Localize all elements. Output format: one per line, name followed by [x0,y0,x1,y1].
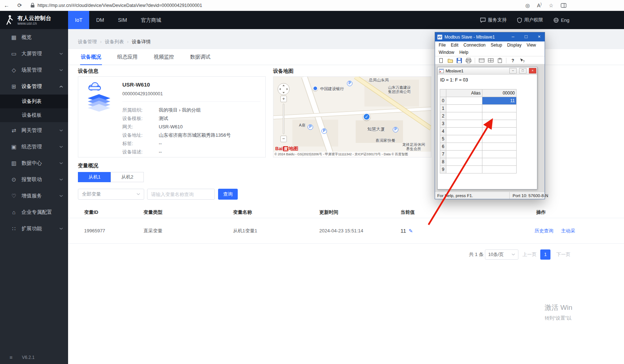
breadcrumb-device-list[interactable]: 设备列表 [105,39,124,45]
device-map[interactable]: 总局山东局 中国建设银行 P 山东万鑫建设集团济南公司 A座 P P ✓ 知慧大… [273,76,431,157]
back-icon[interactable]: ← [0,2,13,8]
tab-video-monitor[interactable]: 视频监控 [146,49,182,65]
menu-file[interactable]: File [436,42,448,48]
sidebar-item-screen-mgmt[interactable]: ▭ 大屏管理 [0,45,68,62]
active-collect-link[interactable]: 主动采 [561,218,575,244]
modbus-titlebar[interactable]: Modbus Slave - Mbslave1 – □ × [435,32,545,41]
zoom-slider[interactable] [283,104,284,134]
query-button[interactable]: 查询 [218,189,238,200]
value-cell[interactable] [482,105,517,112]
zoom-out-button[interactable]: − [280,136,287,142]
value-cell[interactable] [482,112,517,120]
value-cell[interactable] [482,120,517,128]
sidebar-item-device-template[interactable]: 设备模板 [0,108,68,122]
nav-tab-dm[interactable]: DM [89,11,111,29]
variable-type-select[interactable]: 全部变量 [78,189,144,200]
sidebar-item-extensions[interactable]: ∷ 扩展功能 [0,220,68,237]
grid-view-icon[interactable] [487,57,494,64]
nav-tab-sim[interactable]: SIM [111,11,134,29]
save-icon[interactable] [455,57,463,64]
tab-config-app[interactable]: 组态应用 [109,49,146,65]
alias-cell[interactable] [446,112,482,120]
mbslave-document-window[interactable]: Mbslave1 – □ × ID = 1: F = 03 Alias 0000… [437,67,537,189]
read-aloud-icon[interactable]: A) [537,2,541,8]
menu-connection[interactable]: Connection [461,42,488,48]
nav-tab-mall[interactable]: 官方商城 [134,11,168,29]
breadcrumb-device-mgmt[interactable]: 设备管理 [78,39,97,45]
alias-cell[interactable] [446,120,482,128]
alias-cell[interactable] [446,166,482,173]
variable-search-input[interactable] [147,189,215,200]
value-cell-selected[interactable]: 11 [482,97,517,105]
alias-cell[interactable] [446,135,482,143]
split-screen-icon[interactable] [561,3,566,8]
menu-display[interactable]: Display [505,42,524,48]
clipboard-icon[interactable] [496,57,503,64]
minimize-button[interactable]: – [508,32,518,41]
value-cell[interactable] [482,143,517,151]
refresh-icon[interactable]: ⟳ [13,2,26,9]
value-cell[interactable] [482,166,517,173]
new-file-icon[interactable] [437,57,445,64]
sidebar-item-device-mgmt[interactable]: ⊞ 设备管理 [0,78,68,95]
maximize-button[interactable]: □ [521,32,532,41]
close-button[interactable]: × [534,32,545,41]
display-mode-icon[interactable] [478,57,485,64]
value-cell[interactable] [482,128,517,135]
help-icon[interactable]: ? [509,57,517,64]
tab-slave-2[interactable]: 从机2 [111,172,144,182]
menu-view[interactable]: View [524,42,538,48]
sidebar-item-config-mgmt[interactable]: ▣ 组态管理 [0,139,68,155]
page-size-select[interactable]: 10条/页 [485,249,518,260]
menu-edit[interactable]: Edit [448,42,461,48]
tab-device-overview[interactable]: 设备概况 [73,49,109,65]
prev-page-button[interactable]: 上一页 [522,249,537,260]
open-file-icon[interactable] [446,57,454,64]
history-query-link[interactable]: 历史查询 [534,218,553,244]
menu-help[interactable]: Help [457,49,471,56]
sidebar-item-scene-mgmt[interactable]: ◇ 场景管理 [0,62,68,78]
alias-cell[interactable] [446,158,482,166]
alias-cell[interactable] [446,151,482,158]
value-cell[interactable] [482,151,517,158]
tab-data-debug[interactable]: 数据调试 [182,49,218,65]
doc-close-button[interactable]: × [529,68,536,73]
alias-cell[interactable] [446,128,482,135]
modbus-register-grid[interactable]: Alias 00000 0 11 1 2 [440,89,517,173]
context-help-icon[interactable]: ? [518,57,526,64]
value-cell[interactable] [482,158,517,166]
usr-logo[interactable]: 有人云控制台 www.usr.cn [0,11,68,29]
edit-value-icon[interactable]: ✎ [409,218,413,244]
modbus-slave-window[interactable]: Modbus Slave - Mbslave1 – □ × File Edit … [435,32,545,199]
alias-cell[interactable] [446,97,482,105]
permissions-link[interactable]: 用户权限 [517,17,543,23]
sidebar-item-device-list[interactable]: 设备列表 [0,95,68,108]
sidebar-item-enterprise-config[interactable]: ⌂ 企业专属配置 [0,204,68,220]
language-switch[interactable]: Eng [553,17,569,23]
device-location-marker-icon[interactable]: ✓ [363,113,370,120]
nav-tab-iot[interactable]: IoT [68,11,89,29]
address-bar[interactable]: https://mp.usr.cn/#/cloud/device/ViewDev… [31,3,525,8]
print-icon[interactable] [465,57,472,64]
web-capture-icon[interactable]: ◎ [525,3,530,8]
sidebar-item-overview[interactable]: ▦ 概览 [0,29,68,45]
menu-setup[interactable]: Setup [488,42,505,48]
tab-slave-1[interactable]: 从机1 [78,172,111,182]
collapse-sidebar-icon[interactable]: ≡ [9,355,12,360]
doc-restore-button[interactable]: □ [519,68,526,73]
support-link[interactable]: 服务支持 [480,17,507,23]
favorites-star-icon[interactable]: ☆ [549,3,553,8]
next-page-button[interactable]: 下一页 [556,249,570,260]
sidebar-item-data-center[interactable]: ▥ 数据中心 [0,155,68,171]
value-cell[interactable] [482,135,517,143]
map-pan-control[interactable] [277,83,290,96]
sidebar-item-value-added[interactable]: ♡ 增值服务 [0,188,68,204]
sidebar-item-gateway-mgmt[interactable]: ⇄ 网关管理 [0,122,68,139]
alias-cell[interactable] [446,143,482,151]
zoom-in-button[interactable]: + [280,96,287,102]
menu-window[interactable]: Window [436,49,457,56]
document-titlebar[interactable]: Mbslave1 – □ × [438,67,537,75]
sidebar-item-alarm-linkage[interactable]: ⊙ 报警联动 [0,171,68,188]
page-number-1[interactable]: 1 [540,249,550,260]
doc-minimize-button[interactable]: – [509,68,517,73]
